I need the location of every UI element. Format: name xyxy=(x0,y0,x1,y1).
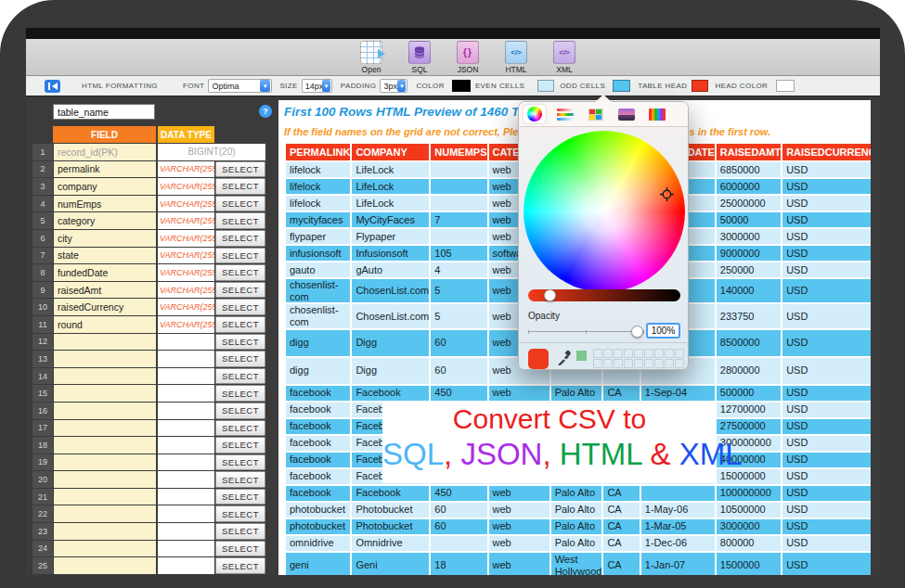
empty-color-slot[interactable] xyxy=(624,349,633,358)
field-name-cell[interactable]: city xyxy=(54,230,156,247)
table-cell: USD xyxy=(782,503,871,518)
opacity-slider[interactable] xyxy=(528,331,643,332)
select-button[interactable]: SELECT xyxy=(215,196,265,212)
select-button[interactable]: SELECT xyxy=(215,505,265,522)
open-button[interactable]: Open xyxy=(353,41,390,74)
color-crosshair-cursor[interactable] xyxy=(660,187,674,205)
empty-color-slot[interactable] xyxy=(634,349,643,358)
select-button[interactable]: SELECT xyxy=(215,161,265,178)
empty-color-slot[interactable] xyxy=(665,349,674,358)
select-button[interactable]: SELECT xyxy=(215,316,265,333)
select-button[interactable]: SELECT xyxy=(215,230,265,247)
json-button[interactable]: {} JSON xyxy=(449,41,486,74)
empty-color-slot[interactable] xyxy=(644,359,653,368)
collapse-panel-icon[interactable] xyxy=(45,80,60,93)
even-cells-swatch[interactable] xyxy=(537,80,554,92)
field-name-cell[interactable] xyxy=(54,385,156,402)
select-button[interactable]: SELECT xyxy=(215,178,265,195)
field-name-cell[interactable]: raisedCurrency xyxy=(54,299,156,315)
pencils-tab[interactable] xyxy=(646,105,668,123)
hue-color-wheel[interactable] xyxy=(524,131,685,292)
odd-cells-swatch[interactable] xyxy=(613,80,630,92)
select-button[interactable]: SELECT xyxy=(215,471,265,488)
empty-color-slot[interactable] xyxy=(593,359,602,368)
recent-color-swatch[interactable] xyxy=(576,351,587,361)
current-color-swatch[interactable] xyxy=(528,349,549,369)
help-icon[interactable]: ? xyxy=(259,105,272,118)
select-button[interactable]: SELECT xyxy=(215,437,265,454)
field-name-cell[interactable] xyxy=(54,505,156,522)
empty-color-slot[interactable] xyxy=(603,359,613,368)
empty-color-slot[interactable] xyxy=(654,359,664,368)
font-select[interactable]: Optima▾ xyxy=(208,79,272,93)
field-name-cell[interactable]: fundedDate xyxy=(54,264,156,281)
select-button[interactable]: SELECT xyxy=(215,523,265,540)
field-name-cell[interactable] xyxy=(54,420,156,437)
select-button[interactable]: SELECT xyxy=(215,368,265,385)
field-name-cell[interactable]: permalink xyxy=(54,161,156,178)
field-name-cell[interactable] xyxy=(54,437,156,454)
field-name-cell[interactable] xyxy=(54,454,156,471)
select-button[interactable]: SELECT xyxy=(215,557,265,574)
empty-color-slot[interactable] xyxy=(654,349,664,358)
field-name-cell[interactable]: record_id(PK) xyxy=(54,144,156,160)
select-button[interactable]: SELECT xyxy=(215,420,265,437)
field-name-cell[interactable] xyxy=(54,489,156,505)
field-name-cell[interactable] xyxy=(54,523,156,540)
field-name-cell[interactable]: round xyxy=(54,316,156,333)
column-header: RAISEDAMT xyxy=(717,144,781,160)
color-wheel-tab[interactable] xyxy=(524,105,546,123)
saved-colors-grid[interactable] xyxy=(593,349,684,368)
opacity-slider-thumb[interactable] xyxy=(631,326,643,338)
image-palettes-tab[interactable] xyxy=(615,105,638,123)
select-button[interactable]: SELECT xyxy=(215,403,265,419)
head-color-swatch[interactable] xyxy=(776,80,795,92)
field-name-cell[interactable]: raisedAmt xyxy=(54,282,156,299)
field-name-cell[interactable]: state xyxy=(54,248,156,264)
select-button[interactable]: SELECT xyxy=(215,299,265,315)
field-name-cell[interactable] xyxy=(54,368,156,385)
empty-color-slot[interactable] xyxy=(675,349,684,358)
select-button[interactable]: SELECT xyxy=(215,454,265,471)
empty-color-slot[interactable] xyxy=(614,349,623,358)
xml-button[interactable]: </> XML xyxy=(546,41,583,74)
select-button[interactable]: SELECT xyxy=(215,212,265,229)
field-name-cell[interactable] xyxy=(54,557,156,574)
empty-color-slot[interactable] xyxy=(624,359,633,368)
field-name-cell[interactable]: category xyxy=(54,212,156,229)
field-name-cell[interactable] xyxy=(54,471,156,488)
field-name-cell[interactable] xyxy=(54,351,156,367)
brightness-slider-thumb[interactable] xyxy=(544,289,556,301)
color-sliders-tab[interactable] xyxy=(554,105,576,123)
select-button[interactable]: SELECT xyxy=(215,248,265,264)
table-name-input[interactable] xyxy=(53,104,155,120)
select-button[interactable]: SELECT xyxy=(215,282,265,299)
field-name-cell[interactable]: company xyxy=(54,178,156,195)
padding-select[interactable]: 3px▾ xyxy=(380,79,407,93)
select-button[interactable]: SELECT xyxy=(215,351,265,367)
table-head-swatch[interactable] xyxy=(692,80,708,92)
text-color-swatch[interactable] xyxy=(452,80,471,92)
opacity-value-field[interactable]: 100% xyxy=(646,323,680,339)
field-name-cell[interactable] xyxy=(54,541,156,557)
field-name-cell[interactable] xyxy=(54,334,156,351)
select-button[interactable]: SELECT xyxy=(215,489,265,505)
color-palettes-tab[interactable] xyxy=(585,105,607,123)
select-button[interactable]: SELECT xyxy=(215,264,265,281)
empty-color-slot[interactable] xyxy=(603,349,613,358)
sql-button[interactable]: SQL xyxy=(401,41,438,74)
empty-color-slot[interactable] xyxy=(665,359,674,368)
field-name-cell[interactable]: numEmps xyxy=(54,196,156,212)
empty-color-slot[interactable] xyxy=(675,359,684,368)
select-button[interactable]: SELECT xyxy=(215,385,265,402)
empty-color-slot[interactable] xyxy=(593,349,602,358)
select-button[interactable]: SELECT xyxy=(215,541,265,557)
size-select[interactable]: 14px▾ xyxy=(302,79,332,93)
eyedropper-icon[interactable] xyxy=(557,349,572,369)
empty-color-slot[interactable] xyxy=(614,359,623,368)
empty-color-slot[interactable] xyxy=(634,359,643,368)
html-button[interactable]: </> HTML xyxy=(498,41,535,74)
select-button[interactable]: SELECT xyxy=(215,334,265,351)
empty-color-slot[interactable] xyxy=(644,349,653,358)
field-name-cell[interactable] xyxy=(54,403,156,419)
